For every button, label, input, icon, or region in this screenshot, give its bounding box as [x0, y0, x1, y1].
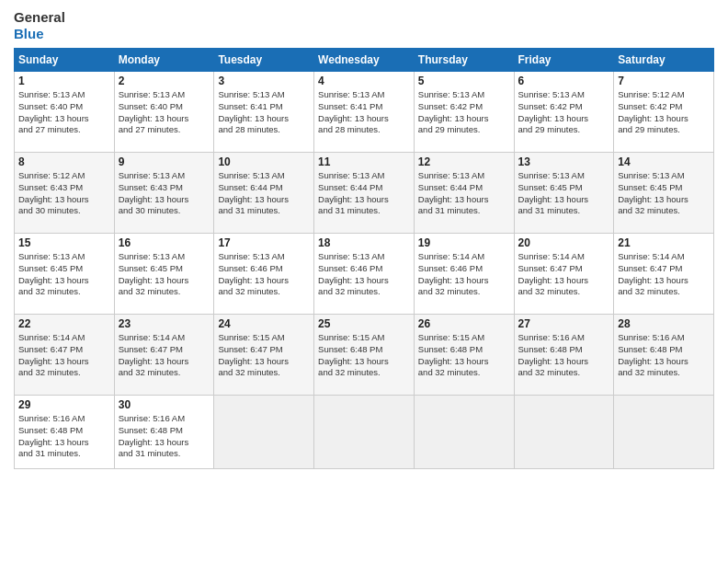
calendar-cell: 7Sunrise: 5:12 AM Sunset: 6:42 PM Daylig… [614, 72, 714, 153]
day-info: Sunrise: 5:13 AM Sunset: 6:44 PM Dayligh… [218, 170, 310, 217]
day-number: 23 [119, 317, 210, 330]
day-info: Sunrise: 5:13 AM Sunset: 6:44 PM Dayligh… [418, 170, 510, 217]
day-info: Sunrise: 5:14 AM Sunset: 6:47 PM Dayligh… [518, 251, 610, 298]
calendar-cell: 23Sunrise: 5:14 AM Sunset: 6:47 PM Dayli… [114, 315, 214, 396]
day-number: 29 [18, 398, 110, 411]
calendar-cell: 27Sunrise: 5:16 AM Sunset: 6:48 PM Dayli… [514, 315, 614, 396]
day-number: 17 [218, 236, 310, 249]
weekday-header-friday: Friday [514, 49, 614, 72]
calendar-cell [414, 396, 514, 469]
day-number: 13 [518, 155, 610, 168]
calendar-cell: 4Sunrise: 5:13 AM Sunset: 6:41 PM Daylig… [314, 72, 415, 153]
day-number: 9 [119, 155, 210, 168]
day-number: 25 [318, 317, 410, 330]
day-info: Sunrise: 5:13 AM Sunset: 6:42 PM Dayligh… [418, 89, 510, 136]
weekday-header-row: SundayMondayTuesdayWednesdayThursdayFrid… [15, 49, 714, 72]
logo-text: GeneralBlue [14, 9, 65, 42]
day-info: Sunrise: 5:13 AM Sunset: 6:41 PM Dayligh… [218, 89, 310, 136]
calendar-cell: 13Sunrise: 5:13 AM Sunset: 6:45 PM Dayli… [514, 153, 614, 234]
day-number: 8 [18, 155, 110, 168]
day-info: Sunrise: 5:16 AM Sunset: 6:48 PM Dayligh… [518, 332, 610, 379]
day-info: Sunrise: 5:13 AM Sunset: 6:42 PM Dayligh… [518, 89, 610, 136]
calendar-cell [614, 396, 714, 469]
day-number: 18 [318, 236, 410, 249]
calendar-cell: 6Sunrise: 5:13 AM Sunset: 6:42 PM Daylig… [514, 72, 614, 153]
calendar-cell: 18Sunrise: 5:13 AM Sunset: 6:46 PM Dayli… [314, 234, 415, 315]
calendar-cell: 11Sunrise: 5:13 AM Sunset: 6:44 PM Dayli… [314, 153, 415, 234]
calendar-cell: 20Sunrise: 5:14 AM Sunset: 6:47 PM Dayli… [514, 234, 614, 315]
calendar-cell: 12Sunrise: 5:13 AM Sunset: 6:44 PM Dayli… [414, 153, 514, 234]
day-info: Sunrise: 5:12 AM Sunset: 6:42 PM Dayligh… [618, 89, 710, 136]
calendar-cell: 9Sunrise: 5:13 AM Sunset: 6:43 PM Daylig… [114, 153, 214, 234]
calendar-cell: 25Sunrise: 5:15 AM Sunset: 6:48 PM Dayli… [314, 315, 415, 396]
calendar-cell: 10Sunrise: 5:13 AM Sunset: 6:44 PM Dayli… [214, 153, 314, 234]
day-number: 4 [318, 75, 410, 87]
day-info: Sunrise: 5:14 AM Sunset: 6:47 PM Dayligh… [119, 332, 210, 379]
day-number: 22 [18, 317, 110, 330]
weekday-header-thursday: Thursday [414, 49, 514, 72]
day-number: 12 [418, 155, 510, 168]
calendar-page: GeneralBlue SundayMondayTuesdayWednesday… [0, 0, 728, 563]
day-info: Sunrise: 5:16 AM Sunset: 6:48 PM Dayligh… [618, 332, 710, 379]
day-info: Sunrise: 5:16 AM Sunset: 6:48 PM Dayligh… [18, 413, 110, 460]
day-info: Sunrise: 5:13 AM Sunset: 6:45 PM Dayligh… [119, 251, 210, 298]
weekday-header-tuesday: Tuesday [214, 49, 314, 72]
calendar-cell [314, 396, 415, 469]
day-number: 27 [518, 317, 610, 330]
day-info: Sunrise: 5:15 AM Sunset: 6:48 PM Dayligh… [418, 332, 510, 379]
calendar-cell: 8Sunrise: 5:12 AM Sunset: 6:43 PM Daylig… [15, 153, 115, 234]
day-info: Sunrise: 5:13 AM Sunset: 6:45 PM Dayligh… [18, 251, 110, 298]
calendar-cell [514, 396, 614, 469]
day-info: Sunrise: 5:14 AM Sunset: 6:47 PM Dayligh… [618, 251, 710, 298]
day-info: Sunrise: 5:14 AM Sunset: 6:47 PM Dayligh… [18, 332, 110, 379]
logo: GeneralBlue [14, 9, 65, 42]
day-info: Sunrise: 5:13 AM Sunset: 6:44 PM Dayligh… [318, 170, 410, 217]
day-info: Sunrise: 5:13 AM Sunset: 6:46 PM Dayligh… [318, 251, 410, 298]
day-info: Sunrise: 5:12 AM Sunset: 6:43 PM Dayligh… [18, 170, 110, 217]
day-number: 30 [119, 398, 210, 411]
day-number: 28 [618, 317, 710, 330]
day-number: 10 [218, 155, 310, 168]
calendar-cell: 30Sunrise: 5:16 AM Sunset: 6:48 PM Dayli… [114, 396, 214, 469]
day-info: Sunrise: 5:13 AM Sunset: 6:40 PM Dayligh… [119, 89, 210, 136]
day-info: Sunrise: 5:13 AM Sunset: 6:46 PM Dayligh… [218, 251, 310, 298]
weekday-header-saturday: Saturday [614, 49, 714, 72]
calendar-cell: 22Sunrise: 5:14 AM Sunset: 6:47 PM Dayli… [15, 315, 115, 396]
day-number: 3 [218, 75, 310, 87]
weekday-header-monday: Monday [114, 49, 214, 72]
day-info: Sunrise: 5:13 AM Sunset: 6:45 PM Dayligh… [518, 170, 610, 217]
weekday-header-sunday: Sunday [15, 49, 115, 72]
calendar-cell: 2Sunrise: 5:13 AM Sunset: 6:40 PM Daylig… [114, 72, 214, 153]
day-info: Sunrise: 5:13 AM Sunset: 6:45 PM Dayligh… [618, 170, 710, 217]
day-number: 16 [119, 236, 210, 249]
calendar-cell: 17Sunrise: 5:13 AM Sunset: 6:46 PM Dayli… [214, 234, 314, 315]
calendar-table: SundayMondayTuesdayWednesdayThursdayFrid… [14, 48, 714, 469]
calendar-cell: 29Sunrise: 5:16 AM Sunset: 6:48 PM Dayli… [15, 396, 115, 469]
calendar-cell [214, 396, 314, 469]
day-number: 19 [418, 236, 510, 249]
day-number: 24 [218, 317, 310, 330]
calendar-cell: 28Sunrise: 5:16 AM Sunset: 6:48 PM Dayli… [614, 315, 714, 396]
calendar-cell: 14Sunrise: 5:13 AM Sunset: 6:45 PM Dayli… [614, 153, 714, 234]
calendar-cell: 21Sunrise: 5:14 AM Sunset: 6:47 PM Dayli… [614, 234, 714, 315]
weekday-header-wednesday: Wednesday [314, 49, 415, 72]
day-number: 21 [618, 236, 710, 249]
day-number: 1 [18, 75, 110, 87]
day-info: Sunrise: 5:13 AM Sunset: 6:41 PM Dayligh… [318, 89, 410, 136]
day-info: Sunrise: 5:14 AM Sunset: 6:46 PM Dayligh… [418, 251, 510, 298]
calendar-cell: 26Sunrise: 5:15 AM Sunset: 6:48 PM Dayli… [414, 315, 514, 396]
day-number: 20 [518, 236, 610, 249]
day-info: Sunrise: 5:15 AM Sunset: 6:47 PM Dayligh… [218, 332, 310, 379]
calendar-cell: 16Sunrise: 5:13 AM Sunset: 6:45 PM Dayli… [114, 234, 214, 315]
day-number: 7 [618, 75, 710, 87]
header: GeneralBlue [14, 9, 714, 42]
day-info: Sunrise: 5:13 AM Sunset: 6:40 PM Dayligh… [18, 89, 110, 136]
day-number: 2 [119, 75, 210, 87]
day-number: 14 [618, 155, 710, 168]
day-info: Sunrise: 5:13 AM Sunset: 6:43 PM Dayligh… [119, 170, 210, 217]
calendar-cell: 15Sunrise: 5:13 AM Sunset: 6:45 PM Dayli… [15, 234, 115, 315]
calendar-cell: 19Sunrise: 5:14 AM Sunset: 6:46 PM Dayli… [414, 234, 514, 315]
day-number: 26 [418, 317, 510, 330]
calendar-cell: 24Sunrise: 5:15 AM Sunset: 6:47 PM Dayli… [214, 315, 314, 396]
day-number: 6 [518, 75, 610, 87]
